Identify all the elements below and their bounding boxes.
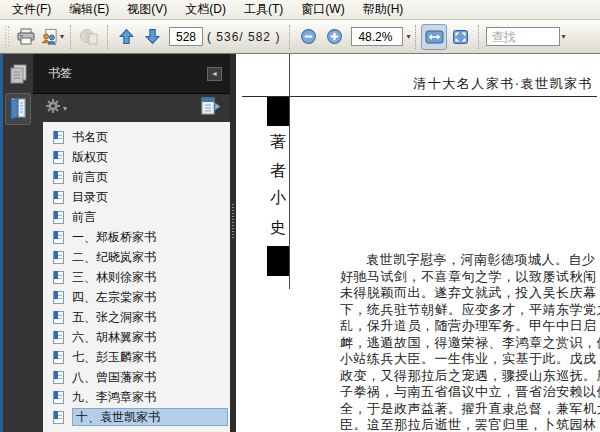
menubar: 文件(F) 编辑(E) 视图(V) 文档(D) 工具(T) 窗口(W) 帮助(H… [0, 0, 600, 20]
bookmark-page-icon [53, 171, 64, 184]
menu-window[interactable]: 窗口(W) [292, 0, 353, 21]
upload-button-disabled [76, 24, 102, 50]
bookmark-label[interactable]: 六、胡林翼家书 [72, 329, 230, 345]
bookmarks-panel-header: 书签 ◄ [33, 54, 230, 94]
bookmark-item[interactable]: 五、张之洞家书 [43, 307, 230, 327]
bookmark-item[interactable]: 三、林则徐家书 [43, 267, 230, 287]
toolbar-separator [289, 25, 290, 49]
share-dropdown-caret[interactable]: ▾ [60, 32, 64, 41]
bookmark-label[interactable]: 五、张之洞家书 [72, 309, 230, 325]
zoom-in-button[interactable] [321, 24, 347, 50]
fit-width-button[interactable] [421, 24, 447, 50]
document-page[interactable]: 清十大名人家书·袁世凯家书 著 者 小 史 袁世凯字慰亭，河南彰德项城人。自少 … [236, 54, 600, 432]
menu-document[interactable]: 文档(D) [176, 0, 235, 21]
bookmark-item[interactable]: 前言 [43, 207, 230, 227]
bookmark-label[interactable]: 二、纪晓岚家书 [72, 249, 230, 265]
goto-bookmark-icon [198, 97, 222, 115]
bookmark-page-icon [53, 351, 64, 364]
bookmark-page-icon [53, 151, 64, 164]
options-dropdown-caret[interactable]: ▾ [63, 104, 67, 113]
fit-page-button[interactable] [447, 24, 473, 50]
previous-page-button[interactable] [113, 24, 139, 50]
bookmark-item[interactable]: 书名页 [43, 127, 230, 147]
bookmark-item[interactable]: 版权页 [43, 147, 230, 167]
upload-disabled-icon [79, 28, 99, 46]
toolbar-separator [70, 25, 71, 49]
bookmark-label[interactable]: 书名页 [72, 129, 230, 145]
section-title-char: 者 [267, 161, 289, 182]
bookmarks-options-bar: ▾ [33, 94, 230, 122]
section-title-bar-top [267, 97, 289, 126]
bookmark-label[interactable]: 版权页 [72, 149, 230, 165]
share-collaborate-button[interactable]: ▾ [39, 24, 65, 50]
bookmarks-panel-button[interactable] [5, 93, 31, 125]
bookmarks-panel: 书签 ◄ [33, 54, 230, 432]
body-text-line: 子拳祸，与南五省倡议中立，晋省治安赖以保 [340, 384, 600, 401]
bookmark-item[interactable]: 前言页 [43, 167, 230, 187]
bookmark-label[interactable]: 一、郑板桥家书 [72, 229, 230, 245]
printer-icon [16, 28, 36, 46]
bookmark-label[interactable]: 目录页 [72, 189, 230, 205]
collapse-panel-button[interactable]: ◄ [207, 67, 222, 81]
find-dropdown-caret[interactable]: ▾ [561, 32, 565, 41]
menu-help[interactable]: 帮助(H) [354, 0, 413, 21]
bookmark-label[interactable]: 七、彭玉麟家书 [72, 349, 230, 365]
next-page-button[interactable] [139, 24, 165, 50]
navigation-panel-strip [0, 54, 33, 432]
body-text-line: 未得脱颖而出。遂弃文就武，投入吴长庆幕 [340, 285, 600, 302]
column-divider-line [289, 54, 290, 289]
header-rule [242, 96, 597, 97]
bookmark-label[interactable]: 九、李鸿章家书 [72, 389, 230, 405]
share-collab-icon [40, 28, 59, 46]
bookmark-label[interactable]: 前言页 [72, 169, 230, 185]
toolbar-grip[interactable] [5, 26, 10, 48]
page-count-label: ( 536/ 582 ) [207, 30, 280, 44]
bookmark-item[interactable]: 八、曾国藩家书 [43, 367, 230, 387]
bookmark-item[interactable]: 目录页 [43, 187, 230, 207]
bookmark-label[interactable]: 三、林则徐家书 [72, 269, 230, 285]
bookmark-item[interactable]: 四、左宗棠家书 [43, 287, 230, 307]
bookmark-page-icon [53, 231, 64, 244]
zoom-out-button[interactable] [295, 24, 321, 50]
bookmark-page-icon [53, 271, 64, 284]
bookmark-item[interactable]: 七、彭玉麟家书 [43, 347, 230, 367]
bookmark-label[interactable]: 十、袁世凯家书 [72, 408, 228, 426]
section-title-char: 著 [267, 132, 289, 153]
bookmark-item[interactable]: 六、胡林翼家书 [43, 327, 230, 347]
pages-panel-button[interactable] [5, 58, 31, 90]
bookmark-item-selected[interactable]: 十、袁世凯家书 [43, 407, 230, 427]
page-number-input[interactable] [169, 27, 203, 46]
menu-file[interactable]: 文件(F) [3, 0, 60, 21]
menu-tools[interactable]: 工具(T) [235, 0, 292, 21]
body-text-line: 政变，又得那拉后之宠遇，骤授山东巡抚。庚 [340, 368, 600, 385]
gear-icon [45, 98, 61, 114]
toolbar-separator [107, 25, 108, 49]
print-button[interactable] [13, 24, 39, 50]
bookmark-page-icon [53, 331, 64, 344]
bookmark-page-icon [53, 411, 64, 424]
options-gear-button[interactable] [45, 98, 61, 118]
menu-edit[interactable]: 编辑(E) [60, 0, 118, 21]
bookmark-page-icon [53, 251, 64, 264]
zoom-dropdown-caret[interactable]: ▾ [406, 32, 410, 41]
bookmark-label[interactable]: 四、左宗棠家书 [72, 289, 230, 305]
bookmark-item[interactable]: 一、郑板桥家书 [43, 227, 230, 247]
toolbar: ▾ ( 536/ 582 ) [0, 20, 600, 54]
body-text-line: 全，于是政声益著。擢升直隶总督，兼军机大 [340, 401, 600, 418]
zoom-level-value[interactable]: 48.2% [351, 27, 403, 46]
find-input[interactable] [486, 27, 560, 46]
fit-width-icon [425, 29, 444, 45]
bookmark-item[interactable]: 二、纪晓岚家书 [43, 247, 230, 267]
bookmark-label[interactable]: 前言 [72, 209, 230, 225]
body-text-line: 衅，逃遁故国，得邀荣禄、李鸿章之赏识，保充 [340, 335, 600, 352]
bookmark-item[interactable]: 九、李鸿章家书 [43, 387, 230, 407]
menu-view[interactable]: 视图(V) [118, 0, 176, 21]
body-text-line: 好驰马试剑，不喜章句之学，以致屡试秋闱， [340, 269, 600, 286]
bookmark-page-icon [53, 211, 64, 224]
zoom-in-icon [326, 28, 343, 45]
bookmark-page-icon [53, 371, 64, 384]
bookmark-label[interactable]: 八、曾国藩家书 [72, 369, 230, 385]
goto-current-bookmark-button[interactable] [198, 97, 222, 119]
toolbar-separator [415, 25, 416, 49]
bookmark-page-icon [53, 311, 64, 324]
